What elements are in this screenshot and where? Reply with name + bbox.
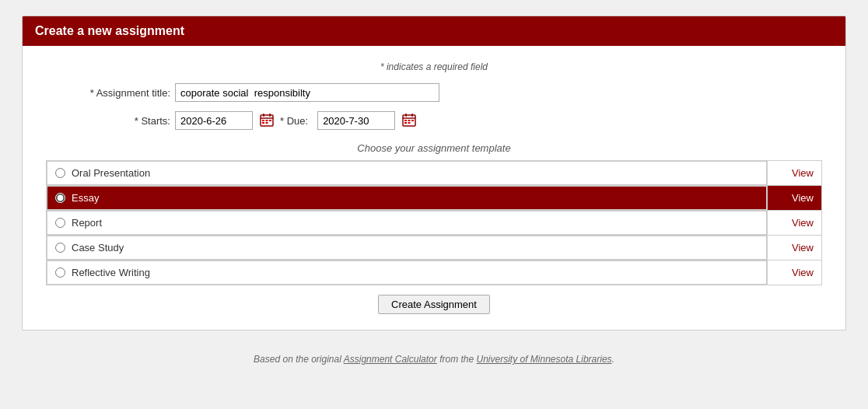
template-radio-report[interactable] xyxy=(55,218,65,228)
page-title: Create a new assignment xyxy=(35,24,184,37)
assignment-calculator-link[interactable]: Assignment Calculator xyxy=(344,354,437,365)
template-heading: Choose your assignment template xyxy=(46,142,822,154)
view-link-casestudy[interactable]: View xyxy=(792,242,814,253)
template-label-casestudy: Case Study xyxy=(72,242,124,253)
template-row-oral[interactable]: Oral PresentationView xyxy=(47,161,822,186)
view-link-oral[interactable]: View xyxy=(792,167,814,179)
assignment-title-row: * Assignment title: xyxy=(46,83,822,102)
view-link-reflective[interactable]: View xyxy=(792,267,814,278)
svg-rect-14 xyxy=(408,120,411,121)
assignment-title-label: * Assignment title: xyxy=(46,87,170,99)
footer: Based on the original Assignment Calcula… xyxy=(254,354,614,365)
page-header: Create a new assignment xyxy=(23,16,845,46)
svg-rect-13 xyxy=(404,120,407,121)
starts-label: * Starts: xyxy=(46,115,170,127)
template-row-essay[interactable]: EssayView xyxy=(47,186,822,211)
view-link-essay[interactable]: View xyxy=(792,192,814,204)
svg-rect-8 xyxy=(266,122,268,124)
svg-rect-17 xyxy=(408,122,411,124)
template-row-reflective[interactable]: Reflective WritingView xyxy=(47,260,822,285)
svg-rect-6 xyxy=(269,120,271,121)
svg-rect-7 xyxy=(262,122,264,124)
template-label-reflective: Reflective Writing xyxy=(72,267,150,278)
template-radio-casestudy[interactable] xyxy=(55,243,65,253)
university-link[interactable]: University of Minnesota Libraries xyxy=(476,354,611,365)
due-date-input[interactable] xyxy=(317,111,395,130)
template-radio-essay[interactable] xyxy=(55,193,65,203)
dates-row: * Starts: * Due: xyxy=(46,111,822,130)
due-calendar-icon[interactable] xyxy=(402,113,418,128)
starts-date-input[interactable] xyxy=(175,111,253,130)
assignment-title-input[interactable] xyxy=(175,83,439,102)
due-label: * Due: xyxy=(280,115,308,127)
svg-rect-15 xyxy=(411,120,414,121)
required-note: * indicates a required field xyxy=(46,61,822,72)
form-area: * indicates a required field * Assignmen… xyxy=(23,46,845,330)
starts-calendar-icon[interactable] xyxy=(260,113,275,128)
template-label-report: Report xyxy=(72,217,102,229)
template-row-casestudy[interactable]: Case StudyView xyxy=(47,236,822,260)
main-panel: Create a new assignment * indicates a re… xyxy=(22,16,846,330)
create-btn-row: Create Assignment xyxy=(46,295,822,314)
starts-date-group: * Due: xyxy=(175,111,418,130)
template-label-oral: Oral Presentation xyxy=(72,167,150,179)
template-radio-oral[interactable] xyxy=(55,168,65,178)
svg-rect-5 xyxy=(266,120,268,121)
template-label-essay: Essay xyxy=(72,192,99,204)
template-table: Oral PresentationViewEssayViewReportView… xyxy=(46,160,822,285)
svg-rect-16 xyxy=(404,122,407,124)
template-radio-reflective[interactable] xyxy=(55,267,65,278)
svg-rect-4 xyxy=(262,120,264,121)
template-row-report[interactable]: ReportView xyxy=(47,211,822,236)
create-assignment-button[interactable]: Create Assignment xyxy=(378,295,490,314)
view-link-report[interactable]: View xyxy=(792,217,814,229)
